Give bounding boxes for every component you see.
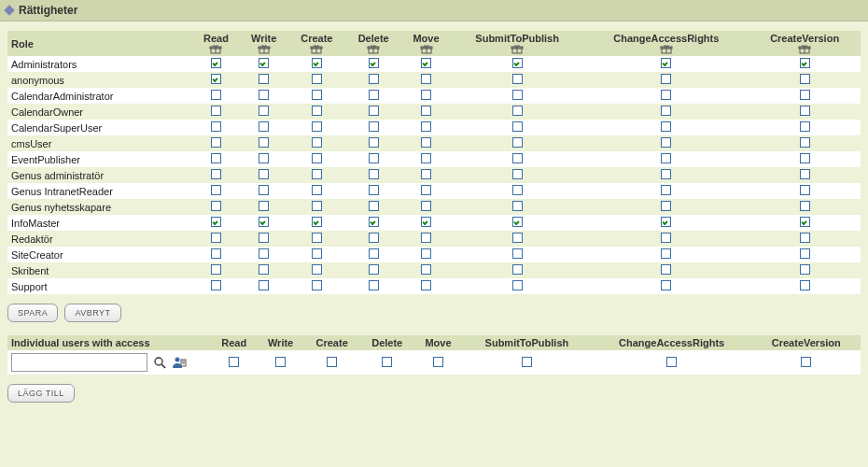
role-checkbox-delete[interactable] <box>369 153 379 163</box>
role-checkbox-write[interactable] <box>259 233 269 243</box>
role-checkbox-version[interactable] <box>800 264 810 275</box>
individual-checkbox-read[interactable] <box>229 357 239 367</box>
role-checkbox-move[interactable] <box>421 201 431 211</box>
role-checkbox-submit[interactable] <box>512 169 523 179</box>
individual-checkbox-version[interactable] <box>801 357 811 367</box>
role-checkbox-write[interactable] <box>259 58 269 68</box>
role-checkbox-move[interactable] <box>421 137 431 148</box>
role-checkbox-access[interactable] <box>661 217 671 227</box>
role-checkbox-version[interactable] <box>800 153 810 163</box>
role-checkbox-access[interactable] <box>661 248 671 259</box>
role-checkbox-read[interactable] <box>211 121 221 132</box>
role-checkbox-delete[interactable] <box>369 233 379 243</box>
role-checkbox-version[interactable] <box>800 90 810 100</box>
cancel-button[interactable]: AVBRYT <box>64 304 120 322</box>
role-checkbox-move[interactable] <box>421 280 431 290</box>
role-checkbox-read[interactable] <box>211 233 221 243</box>
role-checkbox-read[interactable] <box>211 153 221 163</box>
role-checkbox-read[interactable] <box>211 185 221 195</box>
role-checkbox-create[interactable] <box>312 185 322 195</box>
role-checkbox-delete[interactable] <box>369 58 379 68</box>
role-checkbox-access[interactable] <box>661 58 671 68</box>
role-checkbox-move[interactable] <box>421 248 431 259</box>
role-checkbox-delete[interactable] <box>369 121 379 132</box>
add-button[interactable]: LÄGG TILL <box>7 384 75 403</box>
role-checkbox-submit[interactable] <box>512 185 523 195</box>
role-checkbox-create[interactable] <box>312 121 322 132</box>
role-checkbox-version[interactable] <box>800 217 810 227</box>
role-checkbox-move[interactable] <box>421 217 431 227</box>
role-checkbox-move[interactable] <box>421 185 431 195</box>
role-checkbox-access[interactable] <box>661 137 671 148</box>
role-checkbox-create[interactable] <box>312 169 322 179</box>
role-checkbox-write[interactable] <box>259 201 269 211</box>
role-checkbox-delete[interactable] <box>369 264 379 275</box>
role-checkbox-move[interactable] <box>421 169 431 179</box>
role-checkbox-read[interactable] <box>211 280 221 290</box>
role-checkbox-version[interactable] <box>800 106 810 116</box>
role-checkbox-submit[interactable] <box>512 74 523 84</box>
search-icon[interactable] <box>153 356 166 371</box>
role-checkbox-read[interactable] <box>211 74 221 84</box>
individual-checkbox-delete[interactable] <box>382 357 392 367</box>
role-checkbox-write[interactable] <box>259 153 269 163</box>
role-checkbox-write[interactable] <box>259 217 269 227</box>
role-checkbox-write[interactable] <box>259 106 269 116</box>
role-checkbox-access[interactable] <box>661 74 671 84</box>
role-checkbox-move[interactable] <box>421 106 431 116</box>
role-checkbox-move[interactable] <box>421 153 431 163</box>
role-checkbox-create[interactable] <box>312 280 322 290</box>
role-checkbox-write[interactable] <box>259 121 269 132</box>
role-checkbox-delete[interactable] <box>369 185 379 195</box>
individual-checkbox-move[interactable] <box>433 357 443 367</box>
role-checkbox-move[interactable] <box>421 233 431 243</box>
role-checkbox-write[interactable] <box>259 90 269 100</box>
role-checkbox-access[interactable] <box>661 121 671 132</box>
role-checkbox-submit[interactable] <box>512 106 523 116</box>
role-checkbox-move[interactable] <box>421 264 431 275</box>
role-checkbox-version[interactable] <box>800 74 810 84</box>
role-checkbox-read[interactable] <box>211 90 221 100</box>
role-checkbox-write[interactable] <box>259 264 269 275</box>
role-checkbox-submit[interactable] <box>512 217 523 227</box>
role-checkbox-submit[interactable] <box>512 58 523 68</box>
role-checkbox-move[interactable] <box>421 58 431 68</box>
role-checkbox-access[interactable] <box>661 264 671 275</box>
role-checkbox-delete[interactable] <box>369 169 379 179</box>
role-checkbox-access[interactable] <box>661 153 671 163</box>
role-checkbox-access[interactable] <box>661 90 671 100</box>
role-checkbox-move[interactable] <box>421 121 431 132</box>
save-button[interactable]: SPARA <box>7 304 58 322</box>
role-checkbox-read[interactable] <box>211 217 221 227</box>
role-checkbox-submit[interactable] <box>512 248 523 259</box>
role-checkbox-create[interactable] <box>312 90 322 100</box>
role-checkbox-version[interactable] <box>800 169 810 179</box>
role-checkbox-delete[interactable] <box>369 137 379 148</box>
role-checkbox-delete[interactable] <box>369 248 379 259</box>
role-checkbox-access[interactable] <box>661 233 671 243</box>
role-checkbox-create[interactable] <box>312 74 322 84</box>
role-checkbox-version[interactable] <box>800 280 810 290</box>
role-checkbox-create[interactable] <box>312 153 322 163</box>
role-checkbox-version[interactable] <box>800 58 810 68</box>
role-checkbox-create[interactable] <box>312 137 322 148</box>
role-checkbox-create[interactable] <box>312 248 322 259</box>
role-checkbox-create[interactable] <box>312 233 322 243</box>
role-checkbox-read[interactable] <box>211 201 221 211</box>
role-checkbox-write[interactable] <box>259 248 269 259</box>
role-checkbox-submit[interactable] <box>512 233 523 243</box>
role-checkbox-submit[interactable] <box>512 121 523 132</box>
individual-checkbox-create[interactable] <box>327 357 337 367</box>
role-checkbox-version[interactable] <box>800 233 810 243</box>
role-checkbox-version[interactable] <box>800 201 810 211</box>
role-checkbox-version[interactable] <box>800 185 810 195</box>
role-checkbox-submit[interactable] <box>512 264 523 275</box>
role-checkbox-submit[interactable] <box>512 137 523 148</box>
individual-checkbox-write[interactable] <box>275 357 286 367</box>
role-checkbox-write[interactable] <box>259 74 269 84</box>
role-checkbox-create[interactable] <box>312 264 322 275</box>
role-checkbox-access[interactable] <box>661 185 671 195</box>
role-checkbox-delete[interactable] <box>369 106 379 116</box>
role-checkbox-access[interactable] <box>661 169 671 179</box>
role-checkbox-read[interactable] <box>211 248 221 259</box>
